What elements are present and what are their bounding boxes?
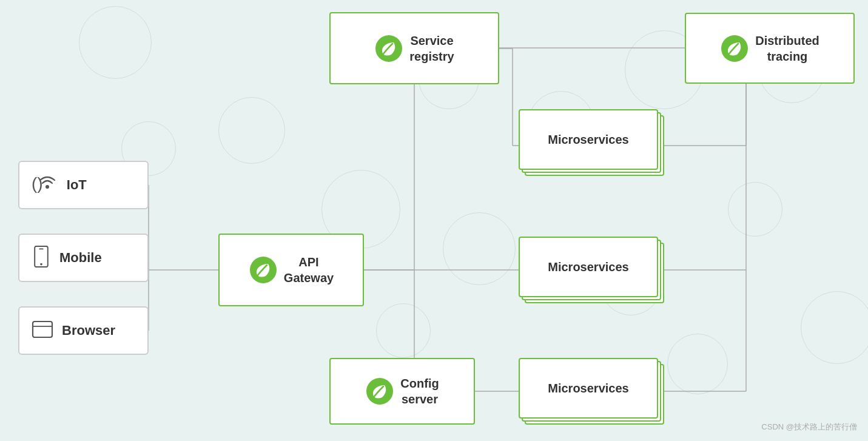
mobile-icon xyxy=(32,246,51,270)
distributed-tracing-label: Distributed tracing xyxy=(755,33,819,64)
service-registry-box: Service registry xyxy=(329,12,499,84)
microservices-stack-1-front: Microservices xyxy=(519,109,658,170)
api-gateway-leaf-icon xyxy=(249,255,278,284)
csdn-credit: CSDN @技术路上的苦行僧 xyxy=(761,422,857,433)
browser-client: Browser xyxy=(18,306,149,355)
iot-label: IoT xyxy=(67,177,87,193)
config-server-box: Config server xyxy=(329,358,475,425)
microservices-stack-2-front: Microservices xyxy=(519,237,658,297)
microservices-3-label: Microservices xyxy=(548,380,628,396)
svg-rect-26 xyxy=(33,321,52,337)
config-server-label: Config server xyxy=(400,375,439,407)
spring-leaf-icon xyxy=(374,34,403,63)
service-registry-label: Service registry xyxy=(409,33,454,64)
browser-label: Browser xyxy=(62,323,115,338)
iot-icon: () xyxy=(32,172,58,198)
mobile-label: Mobile xyxy=(59,250,102,266)
microservices-stack-1: Microservices xyxy=(519,109,658,170)
distributed-tracing-leaf-icon xyxy=(720,34,749,63)
microservices-stack-2: Microservices xyxy=(519,237,658,297)
svg-point-22 xyxy=(45,185,49,189)
svg-point-25 xyxy=(40,263,42,266)
browser-icon xyxy=(32,318,53,343)
distributed-tracing-box: Distributed tracing xyxy=(685,13,855,84)
mobile-client: Mobile xyxy=(18,234,149,282)
microservices-stack-3-front: Microservices xyxy=(519,358,658,419)
config-server-leaf-icon xyxy=(365,377,394,406)
api-gateway-label: API Gateway xyxy=(284,254,334,286)
api-gateway-box: API Gateway xyxy=(218,234,364,306)
iot-client: () IoT xyxy=(18,161,149,209)
microservices-stack-3: Microservices xyxy=(519,358,658,419)
microservices-2-label: Microservices xyxy=(548,259,628,275)
microservices-1-label: Microservices xyxy=(548,132,628,147)
